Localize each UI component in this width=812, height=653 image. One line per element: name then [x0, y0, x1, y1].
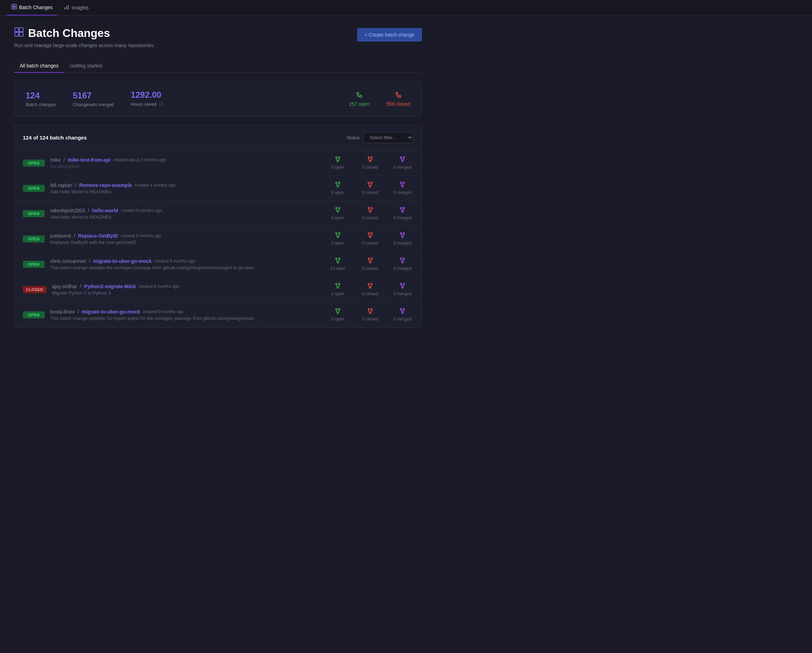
cs-closed-count: 0 closed — [360, 308, 381, 322]
batch-name[interactable]: mike-test-from-api — [67, 157, 110, 163]
batch-desc: Add Hello World to READMEs — [50, 214, 261, 220]
cs-open-count: 6 open — [327, 182, 348, 195]
stat-changesets-merged: 5167 Changesets merged — [73, 91, 114, 107]
stat-batch-changes-label: Batch changes — [26, 102, 56, 107]
batch-owner: justdueck — [50, 233, 71, 239]
svg-point-19 — [371, 157, 372, 158]
batch-name[interactable]: migrate-to-uber-go-mock — [93, 258, 151, 264]
status-badge: CLOSED — [23, 286, 46, 293]
closed-icon — [367, 182, 373, 189]
changeset-counts: 0 open 0 closed 0 merged — [327, 282, 413, 296]
list-title: 124 of 124 batch changes — [23, 134, 87, 140]
svg-point-11 — [357, 92, 359, 95]
batch-row[interactable]: CLOSED ajay.sridhar / Python2-migrate-MA… — [14, 277, 421, 302]
svg-point-46 — [371, 233, 372, 234]
cs-merged-count: 0 merged — [392, 282, 413, 296]
merged-icon — [399, 207, 406, 214]
cs-merged-count: 0 merged — [392, 156, 413, 170]
batch-row[interactable]: OPEN bill.caplan / Remove-repo-example c… — [14, 176, 421, 201]
open-icon — [335, 232, 341, 240]
batch-row[interactable]: OPEN rakeshjosh2003 / hello-world create… — [14, 201, 421, 226]
svg-point-70 — [339, 308, 340, 310]
svg-point-76 — [403, 308, 404, 310]
changeset-counts: 0 open 0 closed 0 merged — [327, 308, 413, 322]
cs-merged-count: 0 merged — [392, 232, 413, 246]
list-controls: Status Select filter... Open Closed — [346, 132, 413, 143]
batch-name[interactable]: Replace-GetByID — [78, 233, 118, 239]
batch-desc: This batch change updates Go import path… — [50, 316, 261, 321]
nav-batch-changes[interactable]: Batch Changes — [7, 0, 57, 15]
svg-point-48 — [400, 233, 402, 234]
closed-icon — [367, 156, 373, 163]
svg-point-43 — [339, 233, 340, 234]
svg-point-63 — [368, 283, 369, 285]
svg-point-33 — [336, 207, 337, 209]
insights-nav-icon — [64, 4, 70, 11]
closed-icon — [367, 257, 373, 265]
batch-name[interactable]: Python2-migrate-MAN — [84, 284, 136, 289]
batch-info: kosta.ilinov / migrate-to-uber-go-mock c… — [50, 309, 322, 321]
nav-insights[interactable]: Insights — [60, 0, 93, 15]
closed-count-label: 0 closed — [362, 190, 378, 195]
changeset-counts: 6 open 0 closed 0 merged — [327, 182, 413, 195]
stats-right: 257 open 558 closed — [349, 91, 410, 107]
svg-point-41 — [402, 211, 403, 212]
open-count-label: 0 open — [331, 317, 345, 322]
svg-point-54 — [368, 258, 369, 259]
batch-row[interactable]: OPEN chris.concannon / migrate-to-uber-g… — [14, 252, 421, 277]
svg-point-77 — [402, 312, 403, 313]
create-batch-change-button[interactable]: + Create batch change — [357, 28, 422, 41]
stats-card: 124 Batch changes 5167 Changesets merged… — [14, 81, 422, 116]
stat-closed-changesets: 558 closed — [386, 91, 410, 107]
svg-point-14 — [398, 95, 401, 98]
status-filter-select[interactable]: Select filter... Open Closed — [364, 132, 413, 143]
open-icon — [335, 282, 341, 290]
status-filter-label: Status — [346, 135, 360, 140]
svg-point-34 — [339, 207, 340, 209]
merged-icon — [399, 156, 406, 163]
batch-row[interactable]: OPEN justdueck / Replace-GetByID created… — [14, 226, 421, 252]
batch-desc: This batch change updates the mockgen pa… — [50, 265, 261, 270]
hours-info-icon[interactable]: ⓘ — [159, 102, 164, 107]
cs-merged-count: 0 merged — [392, 257, 413, 271]
svg-point-18 — [368, 157, 369, 158]
list-header: 124 of 124 batch changes Status Select f… — [14, 125, 421, 150]
svg-point-24 — [336, 182, 337, 183]
stat-batch-changes-value: 124 — [26, 91, 56, 101]
svg-point-68 — [402, 287, 403, 288]
cs-closed-count: 0 closed — [360, 156, 381, 170]
batch-name[interactable]: migrate-to-uber-go-mock — [82, 309, 140, 314]
cs-open-count: 0 open — [327, 232, 348, 246]
status-badge: OPEN — [23, 160, 45, 166]
batch-name[interactable]: Remove-repo-example — [79, 182, 132, 188]
tab-getting-started[interactable]: Getting started — [64, 60, 108, 73]
batch-created: created 9 months ago — [143, 309, 184, 314]
batch-name[interactable]: hello-world — [92, 208, 119, 213]
open-count-label: 0 open — [331, 165, 345, 170]
svg-point-12 — [360, 95, 362, 98]
closed-icon — [367, 308, 373, 315]
changeset-counts: 14 open 0 closed 0 merged — [327, 257, 413, 271]
batch-name-line: chris.concannon / migrate-to-uber-go-moc… — [50, 258, 322, 264]
svg-point-73 — [371, 308, 372, 310]
svg-point-59 — [402, 261, 403, 263]
svg-rect-9 — [15, 32, 18, 36]
svg-point-66 — [400, 283, 402, 285]
page-title: Batch Changes — [14, 27, 155, 40]
closed-icon — [367, 232, 373, 240]
closed-icon — [367, 207, 373, 214]
tab-all-batch-changes[interactable]: All batch changes — [14, 60, 64, 73]
svg-point-61 — [339, 283, 340, 285]
svg-point-23 — [402, 160, 403, 162]
batch-created: created 6 months ago — [121, 208, 162, 213]
svg-point-39 — [400, 207, 402, 209]
svg-point-69 — [336, 308, 337, 310]
svg-point-57 — [400, 258, 402, 259]
batch-row[interactable]: OPEN mike / mike-test-from-api created a… — [14, 150, 421, 176]
batch-name-line: rakeshjosh2003 / hello-world created 6 m… — [50, 208, 322, 213]
batch-row[interactable]: OPEN kosta.ilinov / migrate-to-uber-go-m… — [14, 302, 421, 327]
batch-name-line: justdueck / Replace-GetByID created 9 mo… — [50, 233, 322, 239]
open-icon — [335, 182, 341, 189]
merged-count-label: 0 merged — [394, 215, 412, 220]
status-badge: OPEN — [23, 311, 45, 319]
